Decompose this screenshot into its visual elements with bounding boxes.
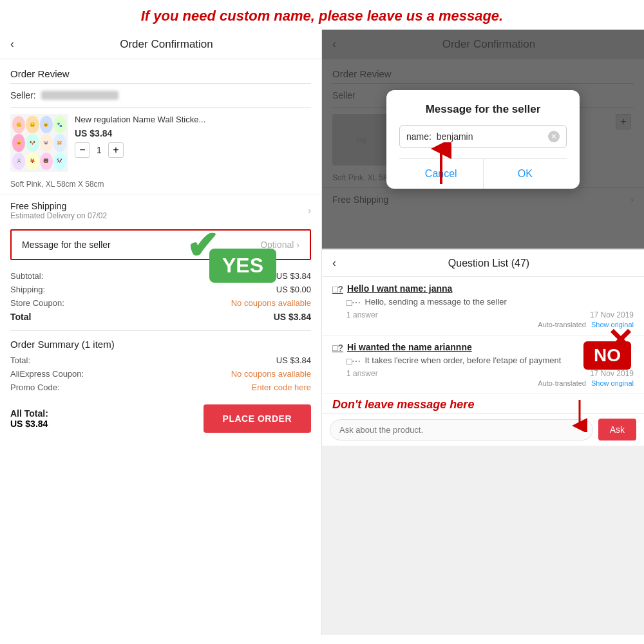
promo-row: Promo Code: Enter code here: [10, 381, 311, 394]
question-list-title: Question List (47): [344, 258, 634, 269]
ali-coupon-row: AliExpress Coupon: No coupons available: [10, 367, 311, 381]
answer-icon-1: □⋯: [346, 298, 361, 308]
decrease-qty-button[interactable]: −: [75, 142, 90, 158]
message-seller-label: Message for the seller: [22, 240, 111, 250]
question-list-header: ‹ Question List (47): [322, 250, 644, 277]
left-panel: ‹ Order Confirmation Order Review Seller…: [0, 30, 322, 635]
qty-value: 1: [97, 145, 102, 155]
answer-icon-2: □⋯: [346, 356, 361, 366]
seller-label: Seller:: [10, 90, 36, 100]
ask-input[interactable]: [330, 419, 593, 440]
promo-label: Promo Code:: [10, 383, 60, 392]
main-layout: ‹ Order Confirmation Order Review Seller…: [0, 30, 644, 635]
answer-date-1: 17 Nov 2019: [590, 310, 634, 319]
message-seller-dialog: Message for the seller ✕ Cancel OK: [386, 90, 580, 189]
dimmed-order-area: ‹ Order Confirmation Order Review Seller…: [322, 30, 644, 249]
answer-text-1: □⋯ Hello, sending a message to the selle…: [346, 297, 634, 308]
dialog-clear-button[interactable]: ✕: [548, 131, 560, 142]
left-back-arrow[interactable]: ‹: [10, 37, 14, 51]
product-row: 😊 😄 😺 🐾 🐱 🐶 🐭 🐹 🐰 🦊 🐻 🐼 New regulation N…: [0, 108, 321, 178]
total-row: Total US $3.84: [10, 310, 311, 324]
order-review-label: Order Review: [0, 59, 321, 83]
total-label: Total: [10, 312, 31, 322]
seller-row: Seller:: [0, 84, 321, 107]
dialog-title: Message for the seller: [399, 103, 567, 116]
coupon-label: Store Coupon:: [10, 298, 64, 308]
dialog-message-input[interactable]: [406, 131, 548, 142]
answer-meta-2: 1 answer 17 Nov 2019: [346, 369, 634, 378]
ask-button[interactable]: Ask: [598, 419, 636, 440]
dont-leave-section: Don't leave message here: [322, 394, 644, 413]
shipping-cost-value: US $0.00: [276, 285, 311, 294]
coupon-value[interactable]: No coupons available: [231, 298, 311, 308]
order-summary-title: Order Summary (1 item): [10, 339, 311, 350]
banner-text: If you need custom name, please leave us…: [141, 8, 503, 24]
auto-translated-2: Auto-translated: [538, 379, 586, 387]
total-value: US $3.84: [274, 312, 311, 322]
dont-leave-text: Don't leave message here: [332, 398, 474, 411]
shipping-cost-label: Shipping:: [10, 285, 45, 294]
seller-name-blurred: [41, 91, 118, 100]
increase-qty-button[interactable]: +: [108, 142, 124, 158]
question-list-back-arrow[interactable]: ‹: [332, 256, 336, 270]
product-name: New regulation Name Wall Sticke...: [75, 114, 311, 126]
shipping-date: Estimated Delivery on 07/02: [10, 211, 107, 220]
product-image: 😊 😄 😺 🐾 🐱 🐶 🐭 🐹 🐰 🦊 🐻 🐼: [10, 114, 68, 172]
question-icon-2: □?: [332, 343, 343, 353]
all-total-group: All Total: US $3.84: [10, 408, 48, 429]
optional-arrow-icon: ›: [296, 240, 299, 250]
question-text-1: □? Hello I want name: janna: [332, 283, 634, 294]
answer-count-1: 1 answer: [346, 310, 378, 319]
dialog-overlay: Message for the seller ✕ Cancel OK: [322, 30, 644, 249]
show-original-button-2[interactable]: Show original: [591, 379, 634, 387]
question-list-panel: ‹ Question List (47) □? Hello I want nam…: [322, 249, 644, 446]
product-price: US $3.84: [75, 128, 311, 138]
ali-coupon-value[interactable]: No coupons available: [231, 369, 311, 379]
summary-total-label: Total:: [10, 355, 30, 365]
yes-badge: YES: [209, 249, 276, 283]
summary-total-row: Total: US $3.84: [10, 354, 311, 367]
shipping-cost-row: Shipping: US $0.00: [10, 283, 311, 296]
auto-translated-1: Auto-translated: [538, 321, 586, 328]
coupon-row: Store Coupon: No coupons available: [10, 296, 311, 310]
right-panel: ‹ Order Confirmation Order Review Seller…: [322, 30, 644, 635]
ali-coupon-label: AliExpress Coupon:: [10, 369, 84, 379]
red-arrow-up-icon: [422, 142, 460, 187]
dont-leave-arrow-icon: [567, 400, 592, 432]
question-icon-1: □?: [332, 284, 343, 294]
product-info: New regulation Name Wall Sticke... US $3…: [75, 114, 311, 158]
answer-translation-2: Auto-translated Show original: [346, 379, 634, 387]
shipping-title: Free Shipping: [10, 201, 107, 211]
left-panel-title: Order Confirmation: [22, 38, 311, 51]
left-header: ‹ Order Confirmation: [0, 30, 321, 59]
answer-date-2: 17 Nov 2019: [590, 369, 634, 378]
place-order-section: All Total: US $3.84 PLACE ORDER: [0, 398, 321, 439]
shipping-info: Free Shipping Estimated Delivery on 07/0…: [10, 201, 107, 220]
all-total-label: All Total:: [10, 408, 48, 419]
all-total-amount: US $3.84: [10, 419, 48, 429]
product-variant: Soft Pink, XL 58cm X 58cm: [0, 178, 321, 194]
ask-row: Ask: [322, 413, 644, 446]
place-order-button[interactable]: PLACE ORDER: [204, 404, 311, 433]
question-item-1: □? Hello I want name: janna □⋯ Hello, se…: [322, 277, 644, 336]
summary-total-value: US $3.84: [276, 355, 311, 365]
order-summary-section: Order Summary (1 item) Total: US $3.84 A…: [0, 331, 321, 398]
subtotal-label: Subtotal:: [10, 271, 43, 281]
subtotal-value: US $3.84: [276, 271, 311, 281]
shipping-arrow-icon: ›: [308, 205, 311, 216]
no-badge: NO: [583, 341, 631, 370]
shipping-row[interactable]: Free Shipping Estimated Delivery on 07/0…: [0, 194, 321, 227]
quantity-row: − 1 +: [75, 142, 311, 158]
top-banner: If you need custom name, please leave us…: [0, 0, 644, 30]
answer-meta-1: 1 answer 17 Nov 2019: [346, 310, 634, 319]
promo-value[interactable]: Enter code here: [251, 383, 311, 392]
answer-translation-1: Auto-translated Show original: [346, 321, 634, 328]
dialog-ok-button[interactable]: OK: [484, 159, 567, 189]
answer-count-2: 1 answer: [346, 369, 378, 378]
